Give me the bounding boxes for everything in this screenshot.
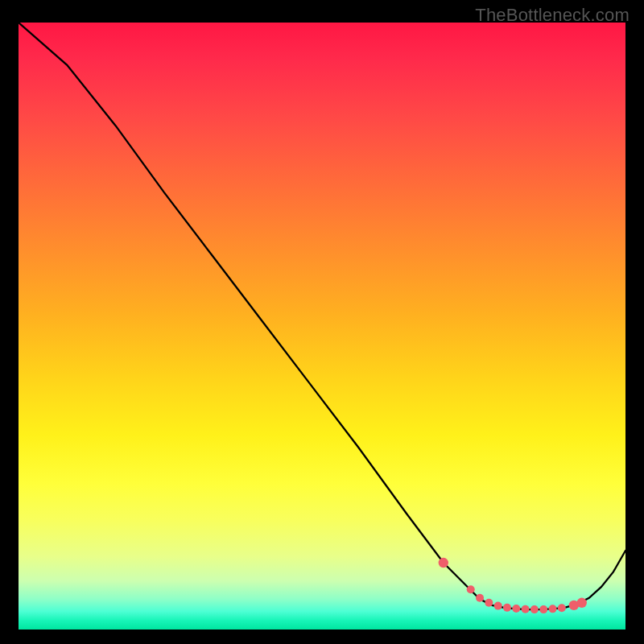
bottleneck-curve [19,23,625,609]
curve-marker [439,558,448,568]
chart-frame: TheBottleneck.com [0,0,644,644]
curve-marker [577,598,587,608]
curve-marker [503,604,511,612]
curve-layer [19,23,625,630]
curve-marker [494,602,502,610]
curve-marker [485,599,493,607]
curve-marker [467,585,475,593]
curve-marker [558,604,566,612]
curve-marker [539,605,547,613]
curve-marker [512,605,520,613]
curve-marker [530,605,539,613]
marker-group [439,558,587,613]
curve-marker [522,605,530,613]
curve-marker [549,605,557,613]
plot-area [19,23,625,630]
curve-marker [476,594,484,602]
